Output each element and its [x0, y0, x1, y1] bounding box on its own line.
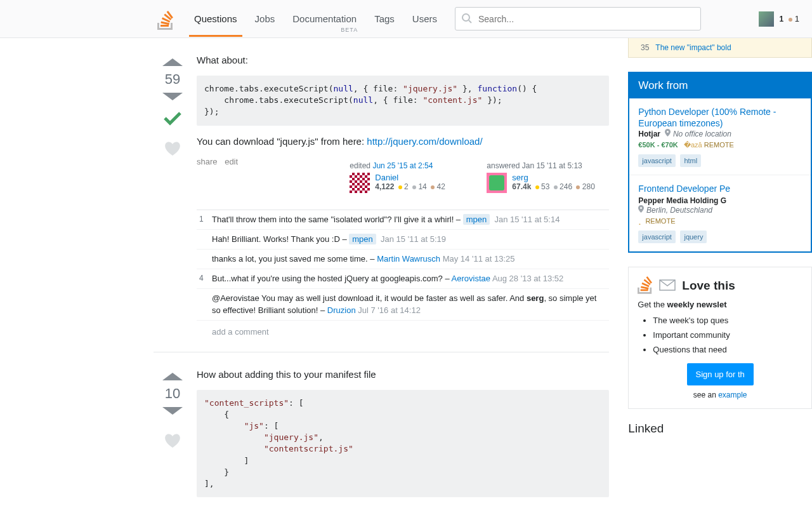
- add-comment-link[interactable]: add a comment: [197, 321, 609, 337]
- sidebar: 35 The new "impact" bold Work from Pytho…: [628, 38, 812, 508]
- job-tag[interactable]: javascript: [638, 154, 675, 167]
- comment-user[interactable]: Aerovistae: [452, 274, 490, 283]
- stackoverflow-logo-icon[interactable]: [157, 8, 176, 30]
- svg-point-0: [462, 14, 469, 21]
- answer: 10 How about adding this to your manifes…: [154, 368, 609, 507]
- author-name[interactable]: serg: [512, 173, 528, 182]
- nav-documentation[interactable]: Documentation BETA: [292, 1, 357, 37]
- vote-column: 59: [154, 53, 192, 337]
- editor-signature: edited Jun 25 '15 at 2:54 Daniel 4,122 2…: [345, 157, 472, 198]
- downvote-button[interactable]: [162, 93, 183, 100]
- envelope-icon: [659, 279, 676, 293]
- answer: 59 What about: chrome.tabs.executeScript…: [154, 53, 609, 337]
- code-block: chrome.tabs.executeScript(null, { file: …: [197, 76, 609, 126]
- comment: thanks a lot, you just saved me some tim…: [197, 250, 609, 269]
- newsletter-bullet: Important community: [653, 330, 802, 340]
- download-link[interactable]: http://jquery.com/download/: [367, 136, 482, 147]
- answer-timestamp: Jan 15 '11 at 5:13: [522, 161, 582, 170]
- newsletter-bullet: Questions that need: [653, 345, 802, 354]
- vote-score: 10: [154, 385, 192, 402]
- editor-name[interactable]: Daniel: [375, 173, 398, 182]
- job-tag[interactable]: javascript: [638, 231, 675, 243]
- wifi-icon: ⡀: [638, 217, 643, 225]
- user-area[interactable]: 1 1: [759, 11, 812, 27]
- nav-tags[interactable]: Tags: [374, 1, 395, 37]
- nav-users[interactable]: Users: [412, 1, 437, 37]
- comment-user[interactable]: Martin Wawrusch: [377, 254, 440, 264]
- answer-separator: [154, 352, 609, 352]
- linked-heading: Linked: [628, 422, 812, 436]
- comment: 4 But...what if you're using the hosted …: [197, 269, 609, 289]
- stackoverflow-logo-icon: [638, 276, 653, 296]
- wifi-icon: �ază: [684, 141, 702, 149]
- share-link[interactable]: share: [197, 157, 218, 166]
- vote-column: 10: [154, 368, 192, 507]
- beta-label: BETA: [341, 27, 358, 33]
- user-avatar-icon: [759, 11, 774, 27]
- comment: @Aerovistae You may as well just downloa…: [197, 289, 609, 320]
- answer-text: How about adding this to your manifest f…: [197, 368, 609, 381]
- signup-button[interactable]: Sign up for th: [687, 363, 754, 385]
- code-block: "content_scripts": [ { "js": [ "jquery.j…: [197, 390, 609, 498]
- jobs-heading: Work from: [629, 73, 811, 98]
- user-bronze-badges: 1: [789, 14, 799, 23]
- author-avatar-icon[interactable]: [487, 173, 507, 193]
- newsletter-title: Love this: [682, 279, 735, 293]
- job-listing[interactable]: Frontend Developer Pe Pepper Media Holdi…: [629, 175, 811, 251]
- location-pin-icon: [638, 205, 644, 215]
- comment: 1 That'll throw them into the same "isol…: [197, 210, 609, 230]
- user-reputation: 1: [779, 15, 783, 23]
- topbar: Questions Jobs Documentation BETA Tags U…: [0, 0, 812, 38]
- answer-text: What about:: [197, 53, 609, 67]
- newsletter-widget: Love this Get the weekly newslet The wee…: [628, 267, 812, 409]
- newsletter-bullet: The week's top ques: [653, 316, 802, 325]
- search-container: [455, 7, 701, 30]
- comments-list: 1 That'll throw them into the same "isol…: [197, 210, 609, 321]
- job-tag[interactable]: jquery: [680, 231, 707, 243]
- vote-score: 59: [154, 71, 192, 88]
- upvote-button[interactable]: [162, 373, 183, 380]
- favorite-heart-icon[interactable]: [154, 140, 192, 157]
- example-link[interactable]: example: [718, 391, 747, 399]
- downvote-button[interactable]: [162, 407, 183, 415]
- edit-timestamp[interactable]: Jun 25 '15 at 2:54: [372, 161, 433, 170]
- author-signature: answered Jan 15 '11 at 5:13 serg 67.4k 5…: [482, 157, 609, 198]
- meta-link[interactable]: The new "impact" bold: [655, 43, 731, 52]
- nav-jobs[interactable]: Jobs: [255, 1, 275, 37]
- jobs-widget: Work from Python Developer (100% Remote …: [628, 72, 812, 253]
- answer-text: You can download "jquery.js" from here: …: [197, 135, 609, 148]
- job-title[interactable]: Frontend Developer Pe: [638, 184, 730, 194]
- newsletter-example: see an example: [638, 391, 802, 399]
- comment-user[interactable]: Druzion: [327, 305, 356, 315]
- location-pin-icon: [665, 129, 671, 138]
- job-listing[interactable]: Python Developer (100% Remote - European…: [629, 98, 811, 175]
- comment-user[interactable]: mpen: [463, 214, 490, 225]
- comment-user[interactable]: mpen: [349, 234, 376, 244]
- job-title[interactable]: Python Developer (100% Remote - European…: [638, 107, 776, 128]
- accepted-check-icon: [154, 107, 192, 131]
- newsletter-subtitle: Get the weekly newslet: [638, 300, 802, 309]
- edit-link[interactable]: edit: [225, 157, 238, 166]
- favorite-heart-icon[interactable]: [154, 432, 192, 450]
- hot-meta-box: 35 The new "impact" bold: [628, 38, 812, 58]
- primary-nav: Questions Jobs Documentation BETA Tags U…: [194, 1, 437, 37]
- main-content: 59 What about: chrome.tabs.executeScript…: [154, 38, 609, 508]
- meta-count: 35: [636, 43, 649, 52]
- nav-questions[interactable]: Questions: [194, 1, 237, 37]
- search-icon: [461, 13, 473, 26]
- comment: Hah! Brilliant. Works! Thank you :D – mp…: [197, 230, 609, 250]
- upvote-button[interactable]: [162, 58, 183, 66]
- editor-avatar-icon[interactable]: [350, 173, 370, 193]
- job-tag[interactable]: html: [680, 154, 701, 167]
- search-input[interactable]: [455, 7, 701, 30]
